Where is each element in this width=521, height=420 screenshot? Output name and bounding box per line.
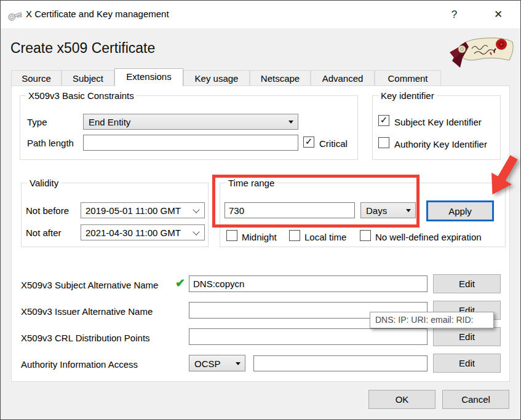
apply-button[interactable]: Apply xyxy=(426,200,494,221)
tab-subject[interactable]: Subject xyxy=(62,70,114,86)
san-input[interactable] xyxy=(189,275,428,292)
key-identifier-title: Key identifier xyxy=(378,90,437,101)
aia-method-combobox[interactable]: OCSP xyxy=(189,355,245,371)
no-expiration-label: No well-defined expiration xyxy=(375,232,482,242)
time-unit-value: Days xyxy=(366,205,387,216)
chevron-down-icon xyxy=(193,228,199,235)
san-label: X509v3 Subject Alternative Name xyxy=(21,280,158,290)
key-identifier-group: Key identifier xyxy=(372,95,501,160)
ian-label: X509v3 Issuer Alternative Name xyxy=(21,306,153,317)
tab-netscape[interactable]: Netscape xyxy=(250,70,311,86)
path-length-input[interactable] xyxy=(83,135,298,151)
crl-label: X509v3 CRL Distribution Points xyxy=(21,333,150,343)
valid-check-icon: ✔ xyxy=(175,276,185,290)
critical-label: Critical xyxy=(319,138,348,149)
chevron-down-icon xyxy=(406,209,411,215)
type-label: Type xyxy=(27,117,47,127)
chevron-down-icon xyxy=(193,206,199,213)
san-edit-button[interactable]: Edit xyxy=(433,274,501,293)
tab-key-usage[interactable]: Key usage xyxy=(183,70,250,86)
ok-button[interactable]: OK xyxy=(368,390,435,409)
close-button[interactable]: ✕ xyxy=(479,1,517,28)
validity-title: Validity xyxy=(27,178,61,188)
time-range-input[interactable] xyxy=(225,202,355,218)
not-after-combobox[interactable]: 2021-04-30 11:00 GMT xyxy=(81,224,205,240)
basic-constraints-title: X509v3 Basic Constraints xyxy=(26,90,137,101)
annotation-arrow-icon xyxy=(486,154,520,206)
not-after-label: Not after xyxy=(26,228,62,238)
type-value: End Entity xyxy=(89,117,130,127)
critical-checkbox[interactable]: ✓ xyxy=(303,137,314,148)
not-before-combobox[interactable]: 2019-05-01 11:00 GMT xyxy=(81,202,205,218)
subject-key-identifier-checkbox[interactable]: ✓ xyxy=(378,115,389,126)
local-time-checkbox[interactable] xyxy=(289,230,300,241)
xca-logo xyxy=(447,33,517,69)
tab-extensions[interactable]: Extensions xyxy=(114,68,183,86)
window-title: X Certificate and Key management xyxy=(26,9,169,19)
no-expiration-checkbox[interactable] xyxy=(360,230,371,241)
aia-method-value: OCSP xyxy=(194,358,221,368)
aia-label: Authority Information Access xyxy=(21,359,138,370)
crl-input[interactable] xyxy=(189,328,428,345)
tab-comment[interactable]: Comment xyxy=(375,70,441,86)
extensions-tab-pane: X509v3 Basic Constraints Type End Entity… xyxy=(11,85,510,382)
authority-key-identifier-label: Authority Key Identifier xyxy=(394,139,487,149)
subject-key-identifier-label: Subject Key Identifier xyxy=(394,117,482,127)
key-icon xyxy=(7,7,23,23)
not-after-value: 2021-04-30 11:00 GMT xyxy=(86,228,181,238)
page-title: Create x509 Certificate xyxy=(10,40,155,57)
aia-input[interactable] xyxy=(253,355,428,371)
midnight-checkbox[interactable] xyxy=(226,230,237,241)
cancel-button[interactable]: Cancel xyxy=(442,390,509,409)
title-bar: X Certificate and Key management ? ✕ xyxy=(1,1,520,28)
midnight-label: Midnight xyxy=(242,232,277,242)
crl-edit-button[interactable]: Edit xyxy=(433,327,501,346)
help-button[interactable]: ? xyxy=(437,1,471,28)
path-length-label: Path length xyxy=(27,138,74,148)
authority-key-identifier-checkbox[interactable] xyxy=(378,137,389,148)
local-time-label: Local time xyxy=(304,232,346,242)
type-combobox[interactable]: End Entity xyxy=(83,114,298,130)
not-before-value: 2019-05-01 11:00 GMT xyxy=(86,205,181,216)
chevron-down-icon xyxy=(236,362,241,368)
tab-source[interactable]: Source xyxy=(11,70,62,86)
tab-advanced[interactable]: Advanced xyxy=(311,70,375,86)
gen-names-tooltip: DNS: IP: URI: email: RID: xyxy=(370,312,494,328)
xca-dialog-window: X Certificate and Key management ? ✕ Cre… xyxy=(0,0,521,420)
time-unit-combobox[interactable]: Days xyxy=(360,202,416,218)
time-range-title: Time range xyxy=(226,178,277,188)
not-before-label: Not before xyxy=(26,205,69,216)
chevron-down-icon xyxy=(288,121,293,126)
aia-edit-button[interactable]: Edit xyxy=(433,354,501,373)
